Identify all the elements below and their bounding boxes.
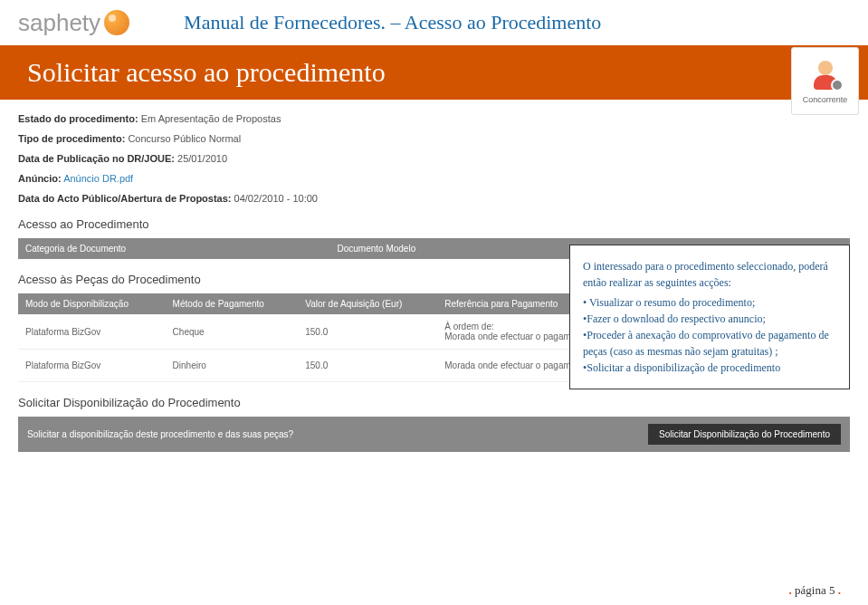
title-bar: Solicitar acesso ao procedimento Concorr…	[0, 45, 868, 100]
info-pub: Data de Publicação no DR/JOUE: 25/01/201…	[18, 153, 850, 164]
t2-h1: Método de Pagamento	[166, 293, 299, 314]
callout-b2: •Fazer o download do respectivo anuncio;	[583, 311, 836, 327]
r1-modo: Plataforma BizGov	[18, 350, 166, 382]
avatar-icon	[809, 59, 842, 91]
t2-h0: Modo de Disponibilização	[18, 293, 166, 314]
t1-h0: Categoria de Documento	[18, 238, 329, 259]
info-estado: Estado do procedimento: Em Apresentação …	[18, 113, 850, 124]
logo-text: saphety	[18, 9, 100, 37]
t1-h1: Documento Modelo	[329, 238, 581, 259]
solicit-question: Solicitar a disponibilização deste proce…	[27, 429, 648, 439]
callout-b4: •Solicitar a disponibilização de procedi…	[583, 360, 836, 376]
r0-modo: Plataforma BizGov	[18, 314, 166, 350]
r1-metodo: Dinheiro	[166, 350, 299, 382]
info-anuncio: Anúncio: Anúncio DR.pdf	[18, 173, 850, 184]
callout-intro: O interessado para o procedimento selecc…	[583, 258, 836, 291]
callout-b1: • Visualizar o resumo do procedimento;	[583, 294, 836, 311]
r1-valor: 150.0	[298, 350, 437, 382]
solicit-row: Solicitar a disponibilização deste proce…	[18, 417, 850, 452]
estado-value: Em Apresentação de Propostas	[141, 113, 281, 124]
dot-icon: .	[789, 583, 792, 597]
tipo-value: Concurso Público Normal	[128, 133, 241, 144]
tipo-label: Tipo de procedimento:	[18, 133, 125, 144]
r0-metodo: Cheque	[166, 314, 299, 350]
solicit-button[interactable]: Solicitar Disponibilização do Procedimen…	[648, 424, 841, 445]
acto-label: Data do Acto Público/Abertura de Propost…	[18, 193, 232, 204]
callout-b3: •Proceder à anexação do comprovativo de …	[583, 327, 836, 360]
section1-title: Acesso ao Procedimento	[18, 217, 850, 231]
section3-title: Solicitar Disponibilização do Procedimen…	[18, 396, 850, 409]
doc-title: Manual de Fornecedores. – Acesso ao Proc…	[184, 11, 601, 34]
anuncio-link[interactable]: Anúncio DR.pdf	[63, 173, 133, 184]
callout-box: O interessado para o procedimento selecc…	[569, 245, 850, 389]
r0-valor: 150.0	[298, 314, 437, 350]
pub-label: Data de Publicação no DR/JOUE:	[18, 153, 175, 164]
pub-value: 25/01/2010	[177, 153, 227, 164]
page-number: . página 5 .	[789, 583, 841, 598]
logo: saphety	[18, 9, 129, 37]
info-tipo: Tipo de procedimento: Concurso Público N…	[18, 133, 850, 144]
anuncio-label: Anúncio:	[18, 173, 62, 184]
info-acto: Data do Acto Público/Abertura de Propost…	[18, 193, 850, 204]
page-title: Solicitar acesso ao procedimento	[27, 57, 386, 88]
role-badge: Concorrente	[791, 47, 859, 115]
estado-label: Estado do procedimento:	[18, 113, 138, 124]
acto-value: 04/02/2010 - 10:00	[234, 193, 318, 204]
t2-h2: Valor de Aquisição (Eur)	[298, 293, 437, 314]
logo-icon	[104, 10, 129, 35]
role-label: Concorrente	[803, 95, 848, 104]
page-num-text: página 5	[795, 583, 835, 597]
dot-icon: .	[838, 583, 841, 597]
